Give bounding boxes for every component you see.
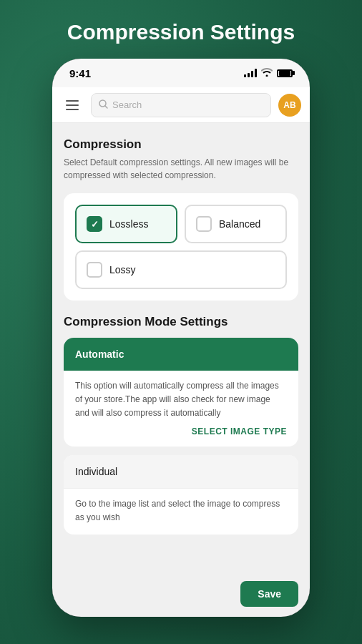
lossless-option[interactable]: ✓ Lossless <box>75 205 177 243</box>
avatar: AB <box>278 94 301 117</box>
status-time: 9:41 <box>69 67 91 79</box>
balanced-label: Balanced <box>219 218 260 230</box>
svg-line-1 <box>105 105 108 108</box>
automatic-mode-card[interactable]: Automatic This option will automatically… <box>64 338 298 447</box>
lossy-checkbox <box>87 262 102 278</box>
lossless-label: Lossless <box>109 218 148 230</box>
search-bar[interactable]: Search <box>91 93 271 117</box>
compression-section-desc: Select Default compression settings. All… <box>64 156 298 182</box>
status-icons <box>244 68 293 79</box>
individual-mode-desc: Go to the image list and select the imag… <box>75 497 287 525</box>
bottom-bar: Save <box>52 574 310 617</box>
automatic-mode-header: Automatic <box>64 338 298 371</box>
compression-section-title: Compression <box>64 137 298 152</box>
main-content: Compression Select Default compression s… <box>52 123 310 574</box>
individual-mode-card[interactable]: Individual Go to the image list and sele… <box>64 455 298 535</box>
lossy-option[interactable]: Lossy <box>75 250 287 289</box>
automatic-mode-body: This option will automatically compress … <box>64 371 298 447</box>
select-image-type-link[interactable]: SELECT IMAGE TYPE <box>75 426 287 436</box>
individual-mode-body: Go to the image list and select the imag… <box>64 489 298 535</box>
status-bar: 9:41 <box>52 59 310 87</box>
signal-icon <box>244 69 257 77</box>
balanced-option[interactable]: Balanced <box>185 205 287 243</box>
search-icon <box>99 99 108 111</box>
individual-mode-header: Individual <box>64 455 298 489</box>
individual-mode-label: Individual <box>75 466 117 477</box>
save-button[interactable]: Save <box>240 581 298 607</box>
hamburger-button[interactable] <box>61 94 84 117</box>
automatic-mode-label: Automatic <box>75 348 124 360</box>
battery-icon <box>277 69 293 77</box>
compression-card: ✓ Lossless Balanced Lossy <box>64 193 298 301</box>
balanced-checkbox <box>196 216 212 232</box>
automatic-mode-desc: This option will automatically compress … <box>75 379 287 421</box>
lossy-label: Lossy <box>109 264 136 275</box>
lossless-checkbox: ✓ <box>87 216 102 232</box>
wifi-icon <box>261 68 273 79</box>
mode-section-title: Compression Mode Settings <box>64 315 298 329</box>
search-placeholder: Search <box>112 99 142 110</box>
compression-options: ✓ Lossless Balanced Lossy <box>75 205 287 289</box>
nav-bar: Search AB <box>52 87 310 123</box>
page-title-heading: Compression Settings <box>0 0 362 59</box>
phone-frame: 9:41 <box>52 59 310 617</box>
check-icon: ✓ <box>91 219 99 230</box>
